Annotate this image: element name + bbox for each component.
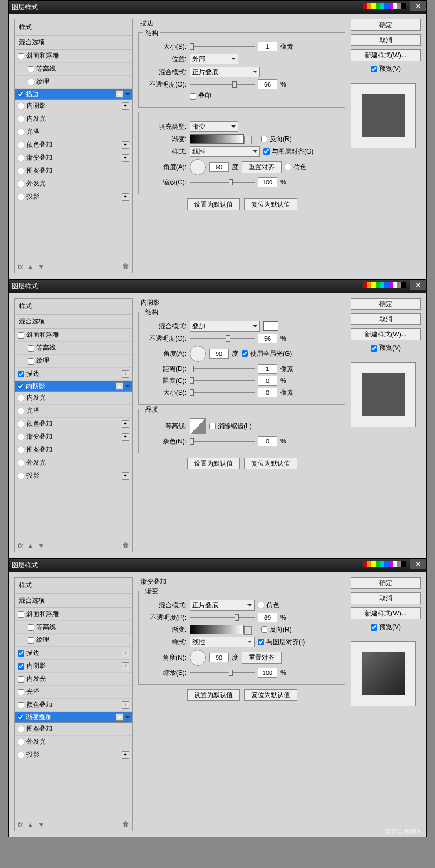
- opacity-input[interactable]: [258, 79, 277, 89]
- item-satin[interactable]: 光泽: [15, 125, 132, 138]
- check-patternoverlay[interactable]: [18, 168, 24, 174]
- contour-picker[interactable]: [190, 418, 206, 434]
- check-innershadow[interactable]: [18, 103, 24, 109]
- overprint-check[interactable]: 叠印: [190, 91, 211, 101]
- item-innershadow[interactable]: 内阴影+: [15, 660, 132, 673]
- item-stroke[interactable]: 描边+: [15, 368, 132, 381]
- close-icon[interactable]: ✕: [410, 280, 426, 290]
- blend-options[interactable]: 混合选项: [15, 36, 132, 50]
- set-default-button[interactable]: 设置为默认值: [187, 198, 240, 210]
- item-gradoverlay[interactable]: 渐变叠加+: [15, 430, 132, 443]
- reset-default-button[interactable]: 复位为默认值: [244, 198, 297, 210]
- global-light-check[interactable]: 使用全局光(G): [242, 349, 292, 359]
- item-contour[interactable]: 等高线: [15, 342, 132, 355]
- angle-dial[interactable]: [190, 346, 206, 362]
- item-gradoverlay[interactable]: 渐变叠加+: [15, 151, 132, 164]
- angle-dial[interactable]: [190, 650, 206, 666]
- item-outerglow[interactable]: 外发光: [15, 456, 132, 469]
- new-style-button[interactable]: 新建样式(W)...: [351, 49, 421, 61]
- cancel-button[interactable]: 取消: [351, 34, 421, 46]
- noise-input[interactable]: [258, 436, 277, 446]
- align-check[interactable]: 与图层对齐(G): [263, 147, 313, 156]
- plus-icon[interactable]: +: [122, 662, 129, 670]
- item-stroke[interactable]: 描边+: [15, 647, 132, 660]
- down-icon[interactable]: ▼: [38, 542, 44, 549]
- antialias-check[interactable]: 消除锯齿(L): [209, 422, 252, 431]
- plus-icon[interactable]: +: [122, 420, 129, 428]
- plus-icon[interactable]: +: [122, 154, 129, 162]
- ok-button[interactable]: 确定: [351, 577, 421, 589]
- check-dropshadow[interactable]: [18, 194, 24, 200]
- item-contour[interactable]: 等高线: [15, 63, 132, 76]
- titlebar[interactable]: 图层样式 ✕: [9, 280, 426, 293]
- plus-icon[interactable]: +: [122, 751, 129, 759]
- choke-input[interactable]: [258, 376, 277, 386]
- dither-check[interactable]: 仿色: [258, 601, 279, 610]
- plus-icon[interactable]: +: [122, 472, 129, 480]
- item-coloroverlay[interactable]: 颜色叠加+: [15, 699, 132, 712]
- check-coloroverlay[interactable]: [18, 142, 24, 148]
- fx-icon[interactable]: fx: [18, 821, 23, 829]
- gradient-picker[interactable]: [190, 134, 244, 144]
- titlebar[interactable]: 图层样式 ✕: [9, 1, 426, 14]
- check-texture[interactable]: [28, 79, 34, 85]
- scale-slider[interactable]: [190, 178, 255, 186]
- trash-icon[interactable]: 🗑: [122, 820, 129, 829]
- check-satin[interactable]: [18, 129, 24, 135]
- size-input[interactable]: [258, 42, 277, 51]
- blend-select[interactable]: 叠加: [190, 321, 260, 332]
- item-gradoverlay[interactable]: 渐变叠加+: [15, 712, 132, 723]
- reset-default-button[interactable]: 复位为默认值: [244, 458, 297, 469]
- item-stroke[interactable]: 描边+: [15, 89, 132, 100]
- blend-select[interactable]: 正片叠底: [190, 600, 255, 611]
- item-satin[interactable]: 光泽: [15, 686, 132, 699]
- angle-dial[interactable]: [190, 159, 206, 175]
- reverse-check[interactable]: 反向(R): [261, 625, 292, 634]
- plus-icon[interactable]: +: [122, 193, 129, 201]
- up-icon[interactable]: ▲: [27, 542, 34, 549]
- scale-slider[interactable]: [190, 669, 255, 677]
- trash-icon[interactable]: 🗑: [122, 541, 129, 549]
- choke-slider[interactable]: [190, 377, 255, 385]
- down-icon[interactable]: ▼: [38, 263, 44, 270]
- angle-input[interactable]: [209, 162, 229, 172]
- ok-button[interactable]: 确定: [351, 298, 421, 310]
- item-innerglow[interactable]: 内发光: [15, 673, 132, 686]
- reset-default-button[interactable]: 复位为默认值: [244, 689, 297, 701]
- noise-slider[interactable]: [190, 438, 255, 445]
- ok-button[interactable]: 确定: [351, 19, 421, 31]
- item-texture[interactable]: 纹理: [15, 355, 132, 368]
- angle-input[interactable]: [209, 349, 229, 359]
- plus-icon[interactable]: +: [122, 102, 129, 110]
- distance-input[interactable]: [258, 364, 277, 374]
- dither-check[interactable]: 仿色: [285, 163, 306, 172]
- blend-options[interactable]: 混合选项: [15, 594, 132, 608]
- item-innerglow[interactable]: 内发光: [15, 392, 132, 405]
- item-innershadow[interactable]: 内阴影+: [15, 381, 132, 392]
- up-icon[interactable]: ▲: [27, 263, 34, 270]
- item-outerglow[interactable]: 外发光: [15, 177, 132, 190]
- style-select[interactable]: 线性: [190, 146, 260, 157]
- item-texture[interactable]: 纹理: [15, 76, 132, 89]
- up-icon[interactable]: ▲: [27, 821, 34, 829]
- opacity-input[interactable]: [258, 334, 277, 343]
- color-swatch[interactable]: [263, 321, 278, 331]
- down-icon[interactable]: ▼: [38, 821, 44, 829]
- close-icon[interactable]: ✕: [410, 1, 426, 11]
- plus-icon[interactable]: +: [122, 433, 129, 441]
- item-coloroverlay[interactable]: 颜色叠加+: [15, 138, 132, 151]
- plus-icon[interactable]: +: [122, 141, 129, 149]
- opacity-slider[interactable]: [190, 335, 255, 342]
- blend-options[interactable]: 混合选项: [15, 315, 132, 329]
- item-patternoverlay[interactable]: 图案叠加: [15, 164, 132, 177]
- trash-icon[interactable]: 🗑: [122, 262, 129, 270]
- item-innerglow[interactable]: 内发光: [15, 112, 132, 125]
- new-style-button[interactable]: 新建样式(W)...: [351, 607, 421, 619]
- check-outerglow[interactable]: [18, 181, 24, 187]
- position-select[interactable]: 外部: [190, 54, 238, 64]
- check-contour[interactable]: [28, 66, 34, 72]
- check-gradoverlay[interactable]: [18, 155, 24, 161]
- item-dropshadow[interactable]: 投影+: [15, 748, 132, 761]
- item-innershadow[interactable]: 内阴影+: [15, 100, 132, 112]
- reset-align-button[interactable]: 重置对齐: [242, 161, 282, 173]
